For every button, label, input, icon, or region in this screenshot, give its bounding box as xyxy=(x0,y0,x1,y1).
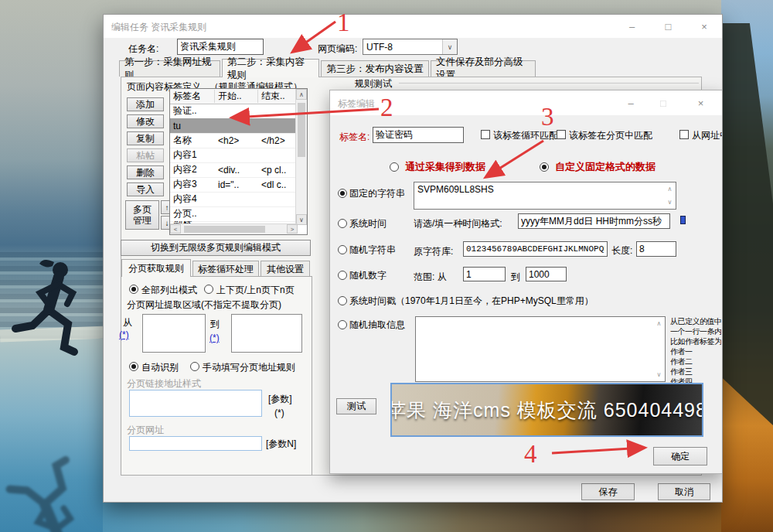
checkbox-page-match-label: 该标签在分页中匹配 xyxy=(569,129,652,142)
random-pick-textarea[interactable]: ∧ ∨ xyxy=(415,316,666,382)
scroll-up-icon[interactable]: ∧ xyxy=(654,318,664,329)
runner-reflection xyxy=(0,397,114,532)
scroll-down-icon[interactable]: ∨ xyxy=(654,369,664,380)
radio-random-pick-label: 随机抽取信息 xyxy=(349,319,405,332)
subtab-other[interactable]: 其他设置 xyxy=(261,261,310,277)
col-tag-name[interactable]: 标签名 xyxy=(170,90,215,103)
time-format-input[interactable] xyxy=(518,213,670,229)
link-style-textarea[interactable] xyxy=(129,390,262,417)
radio-list-all[interactable] xyxy=(129,285,138,294)
scroll-down-icon[interactable]: ∨ xyxy=(665,196,675,208)
table-row[interactable]: 内容3id="..<dl c.. xyxy=(170,177,298,193)
range-to-label: 到 xyxy=(511,271,520,284)
radio-random-number-label: 随机数字 xyxy=(349,269,386,282)
table-hscrollbar[interactable]: < > xyxy=(170,223,298,234)
copy-button[interactable]: 复制 xyxy=(127,131,164,145)
tag-name-label: 标签名: xyxy=(339,131,369,144)
multipage-manage-button[interactable]: 多页 管理 xyxy=(125,200,159,230)
minimize-button[interactable]: – xyxy=(614,15,650,38)
add-button[interactable]: 添加 xyxy=(127,97,164,111)
radio-random-pick[interactable] xyxy=(338,320,347,329)
switch-mode-button[interactable]: 切换到无限级多页规则编辑模式 xyxy=(121,240,311,256)
tab-step1[interactable]: 第一步：采集网址规则 xyxy=(119,60,220,77)
encoding-value: UTF-8 xyxy=(366,42,393,53)
radio-random-number[interactable] xyxy=(338,271,347,280)
scroll-right-icon[interactable]: > xyxy=(287,224,298,234)
help-line: 比如作者标签为: xyxy=(670,336,721,346)
scroll-up-icon[interactable]: ∧ xyxy=(296,89,307,100)
tab-step2[interactable]: 第二步：采集内容规则 xyxy=(222,59,319,77)
to-textarea[interactable] xyxy=(231,314,302,353)
page-url-input[interactable] xyxy=(129,436,262,451)
from-label: 从 xyxy=(123,316,132,329)
table-row[interactable]: 验证.. xyxy=(170,104,298,119)
scroll-up-icon[interactable]: ∧ xyxy=(665,183,675,195)
rule-test-groupline xyxy=(399,83,699,84)
tab-file-save[interactable]: 文件保存及部分高级设置 xyxy=(431,60,536,77)
tag-table: 标签名 开始.. 结束.. 验证.. tu 名称<h2></h2> 内容1 内容… xyxy=(169,88,308,235)
close-button[interactable]: × xyxy=(686,15,722,38)
radio-collected-data[interactable] xyxy=(390,162,399,172)
fixed-string-textarea[interactable]: SVPM609LL8SHS ∧ ∨ xyxy=(414,182,676,210)
radio-system-time-label: 系统时间 xyxy=(349,217,386,230)
radio-updown[interactable] xyxy=(204,285,213,294)
table-row[interactable]: 名称<h2></h2> xyxy=(170,133,298,148)
col-end[interactable]: 结束.. xyxy=(258,90,295,103)
checkbox-from-url[interactable] xyxy=(679,130,689,139)
delete-button[interactable]: 删除 xyxy=(127,165,164,179)
radio-manual[interactable] xyxy=(190,362,199,371)
scroll-left-icon[interactable]: < xyxy=(170,224,181,234)
table-row-selected[interactable]: tu xyxy=(170,118,298,134)
radio-custom-data[interactable] xyxy=(540,162,549,172)
radio-timestamp-label: 系统时间戳（1970年1月1日至今，在PHP+MySQL里常用） xyxy=(349,295,594,308)
pin-icon[interactable] xyxy=(680,216,686,224)
checkbox-page-match[interactable] xyxy=(557,130,566,139)
paste-button[interactable]: 粘帖 xyxy=(127,148,164,162)
col-start[interactable]: 开始.. xyxy=(215,90,258,103)
range-to-input[interactable] xyxy=(526,267,567,281)
table-row[interactable]: 内容1 xyxy=(170,148,298,163)
length-input[interactable] xyxy=(636,241,676,257)
cancel-button[interactable]: 取消 xyxy=(658,483,710,500)
test-button[interactable]: 测试 xyxy=(336,398,376,414)
from-textarea[interactable] xyxy=(142,314,206,353)
table-row[interactable]: 内容2<div..<p cl.. xyxy=(170,162,298,178)
subtab-paging-rule[interactable]: 分页获取规则 xyxy=(121,259,191,277)
maximize-button[interactable]: □ xyxy=(650,15,686,38)
radio-system-time[interactable] xyxy=(338,219,347,228)
tag-maximize-button[interactable]: □ xyxy=(647,90,679,115)
save-button[interactable]: 保存 xyxy=(581,483,635,500)
import-button[interactable]: 导入 xyxy=(127,182,164,196)
table-row[interactable]: 分页.. xyxy=(170,206,298,222)
charset-input[interactable] xyxy=(463,241,608,257)
tag-close-button[interactable]: × xyxy=(679,90,722,115)
hscroll-thumb[interactable] xyxy=(184,226,265,233)
help-line: 从已定义的值中随机抽取 xyxy=(670,316,721,326)
from-star-link[interactable]: (*) xyxy=(119,329,129,340)
tag-minimize-button[interactable]: – xyxy=(615,90,647,115)
edit-button[interactable]: 修改 xyxy=(127,114,164,128)
checkbox-loop-match[interactable] xyxy=(481,130,490,139)
radio-timestamp[interactable] xyxy=(338,296,347,305)
encoding-select[interactable]: UTF-8 ∨ xyxy=(363,39,458,55)
param-n-label: [参数N] xyxy=(266,438,296,451)
to-star-link[interactable]: (*) xyxy=(209,332,220,343)
tag-name-input[interactable] xyxy=(373,127,464,143)
param-star-label: (*) xyxy=(274,408,284,418)
task-name-input[interactable] xyxy=(177,39,264,55)
radio-random-string[interactable] xyxy=(338,245,347,254)
ok-button[interactable]: 确定 xyxy=(653,447,707,466)
scroll-down-icon[interactable]: ∨ xyxy=(296,214,307,225)
cell: <p cl.. xyxy=(258,165,295,176)
radio-auto-detect[interactable] xyxy=(129,362,138,371)
cell: </h2> xyxy=(258,135,295,146)
table-row[interactable]: 内容4 xyxy=(170,192,298,207)
tab-step3[interactable]: 第三步：发布内容设置 xyxy=(321,60,429,77)
radio-fixed-string[interactable] xyxy=(338,189,347,198)
vscroll-thumb[interactable] xyxy=(298,103,305,157)
subtab-tag-loop[interactable]: 标签循环处理 xyxy=(192,261,259,277)
radio-collected-data-label: 通过采集得到数据 xyxy=(405,160,485,174)
range-from-input[interactable] xyxy=(463,267,506,281)
range-from-label: 范围: 从 xyxy=(414,271,447,284)
table-vscrollbar[interactable]: ∧ ∨ xyxy=(295,89,307,225)
